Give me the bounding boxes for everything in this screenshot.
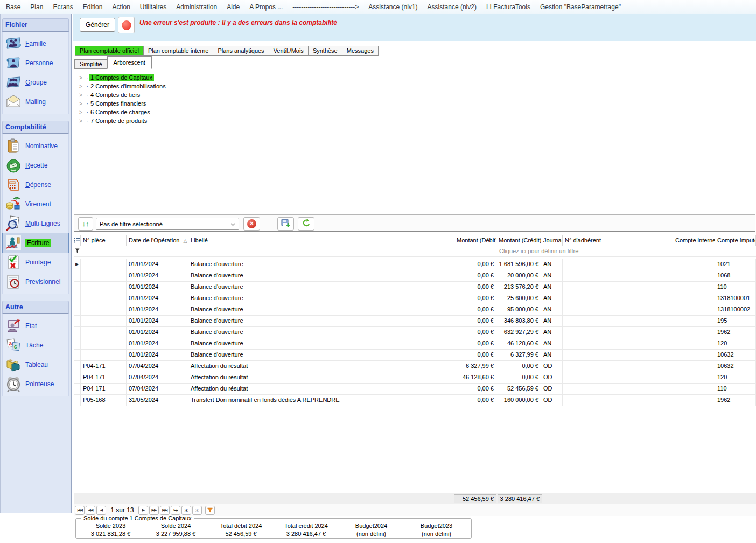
sidebar-item-previsionnel[interactable]: Previsionnel	[3, 272, 68, 291]
chevron-right-icon[interactable]: >	[79, 92, 86, 98]
tab-synth-se[interactable]: Synthèse	[308, 46, 342, 56]
table-row[interactable]: 01/01/2024Balance d'ouverture0,00 €25 60…	[74, 293, 756, 304]
subtab-arborescent[interactable]: Arborescent	[107, 56, 152, 69]
save-filter-button[interactable]	[277, 217, 294, 231]
filter-select[interactable]: Pas de filtre sélectionné	[96, 218, 239, 230]
menu-item-utilitaires[interactable]: Utilitaires	[135, 3, 171, 11]
table-row[interactable]: 01/01/2024Balance d'ouverture0,00 €632 9…	[74, 327, 756, 338]
sidebar-item-pointeuse[interactable]: Pointeuse	[3, 374, 68, 394]
pager-fast-forward-button[interactable]: ▶▶	[149, 506, 159, 515]
menu-item-ecrans[interactable]: Ecrans	[48, 3, 78, 11]
sidebar-item-recette[interactable]: Recette	[3, 156, 68, 175]
menu-item-gestion-baseparametrage[interactable]: Gestion "BaseParametrage"	[535, 3, 626, 11]
table-row[interactable]: P04-17107/04/2024Affectation du résultat…	[74, 384, 756, 395]
column-header-journal[interactable]: Journal	[541, 235, 563, 246]
menu-item-administration[interactable]: Administration	[171, 3, 222, 11]
sidebar-item-label: Nominative	[25, 142, 58, 150]
summary-item-label: Budget2024	[339, 523, 404, 529]
sidebar-item-t-che[interactable]: acTâche	[3, 336, 68, 355]
cell-piece	[81, 338, 127, 349]
column-header-n-pi-ce[interactable]: N° pièce	[81, 235, 127, 246]
table-row[interactable]: 01/01/2024Balance d'ouverture0,00 €20 00…	[74, 270, 756, 282]
table-row[interactable]: 01/01/2024Balance d'ouverture0,00 €95 00…	[74, 304, 756, 316]
sidebar-item-multi-lignes[interactable]: Multi-Lignes	[3, 214, 68, 233]
cell-debit: 0,00 €	[454, 350, 496, 360]
sidebar-item-d-pense[interactable]: Dépense	[3, 175, 68, 194]
cell-date: 01/01/2024	[127, 316, 188, 326]
column-header-compte-interne[interactable]: Compte interne	[673, 235, 715, 246]
subtab-simplifi[interactable]: Simplifié	[74, 59, 108, 69]
refresh-button[interactable]	[298, 217, 314, 231]
table-row[interactable]: P04-17107/04/2024Affectation du résultat…	[74, 361, 756, 372]
table-row[interactable]: 01/01/2024Balance d'ouverture0,00 €6 327…	[74, 350, 756, 361]
chevron-right-icon[interactable]: >	[79, 75, 86, 81]
chevron-right-icon[interactable]: >	[79, 83, 86, 89]
pager-jump-button[interactable]: ↪	[171, 506, 180, 515]
chevron-right-icon[interactable]: >	[79, 118, 86, 124]
tree-item-1-comptes-de-capitaux[interactable]: >·1 Comptes de Capitaux	[74, 73, 755, 82]
cell-debit: 0,00 €	[454, 259, 496, 270]
column-header-n-d-adh-rent[interactable]: N° d'adhérent	[563, 235, 673, 246]
pager-rewind-button[interactable]: ◀◀	[86, 506, 95, 515]
table-row[interactable]: ▶01/01/2024Balance d'ouverture0,00 €1 68…	[74, 259, 756, 270]
row-selector	[74, 372, 81, 383]
table-row[interactable]: 01/01/2024Balance d'ouverture0,00 €346 8…	[74, 316, 756, 327]
sidebar-item-pointage[interactable]: Pointage	[3, 253, 68, 272]
tree-item-2-comptes-d-immobilisations[interactable]: >·2 Comptes d'immobilisations	[74, 82, 755, 90]
cell-debit: 46 128,60 €	[454, 372, 496, 383]
sort-button[interactable]: ↓↑	[78, 217, 93, 231]
error-indicator-button[interactable]	[118, 17, 135, 33]
grid-filter-row[interactable]: Cliquez ici pour définir un filtre	[74, 246, 756, 257]
tab-ventil-mois[interactable]: Ventil./Mois	[269, 46, 309, 56]
sidebar-item-virement[interactable]: Virement	[3, 194, 68, 214]
tree-item-4-comptes-de-tiers[interactable]: >·4 Comptes de tiers	[74, 90, 755, 99]
menu-item-edition[interactable]: Edition	[78, 3, 108, 11]
tab-plans-analytiques[interactable]: Plans analytiques	[213, 46, 269, 56]
sidebar-item-mailing[interactable]: Mailing	[3, 92, 68, 112]
menu-item-base[interactable]: Base	[1, 3, 25, 11]
pager-new-record-dim-button[interactable]: ∗	[192, 506, 202, 515]
sidebar-item-tableau[interactable]: Tableau	[3, 355, 68, 374]
sidebar-item-famille[interactable]: Famille	[3, 34, 68, 53]
sidebar-item-nominative[interactable]: Nominative	[3, 136, 68, 156]
menu-item-aide[interactable]: Aide	[222, 3, 244, 11]
pager-last-page-button[interactable]: ▶▶|	[160, 506, 170, 515]
column-header-montant-d-bit[interactable]: Montant (Débit)	[454, 235, 496, 246]
sidebar-item-etat[interactable]: Etat	[3, 316, 68, 336]
table-row[interactable]: P05-16831/05/2024Transfert Don nominatif…	[74, 395, 756, 406]
menu-item-action[interactable]: Action	[107, 3, 135, 11]
tab-plan-comptable-officiel[interactable]: Plan comptable officiel	[75, 46, 144, 56]
menu-item-a-propos[interactable]: A Propos ...	[244, 3, 288, 11]
sidebar-item-groupe[interactable]: Groupe	[3, 73, 68, 92]
menu-item-assistance-niv1[interactable]: Assistance (niv1)	[363, 3, 422, 11]
table-row[interactable]: 01/01/2024Balance d'ouverture0,00 €213 5…	[74, 282, 756, 293]
pager-filter-button[interactable]	[205, 506, 215, 515]
tree-item-6-comptes-de-charges[interactable]: >·6 Comptes de charges	[74, 108, 755, 116]
filter-hint[interactable]: Cliquez ici pour définir un filtre	[499, 248, 578, 254]
pager-previous-button[interactable]: ◀	[96, 506, 106, 515]
column-header-montant-cr-dit[interactable]: Montant (Crédit)	[496, 235, 541, 246]
pager-next-button[interactable]: ▶	[138, 506, 148, 515]
column-header-libell[interactable]: Libellé	[188, 235, 454, 246]
menu-item-assistance-niv2[interactable]: Assistance (niv2)	[423, 3, 481, 11]
table-row[interactable]: P04-17107/04/2024Affectation du résultat…	[74, 372, 756, 384]
tab-plan-comptable-interne[interactable]: Plan comptable interne	[143, 46, 214, 56]
clear-filter-button[interactable]: ×	[243, 217, 260, 231]
tab-messages[interactable]: Messages	[342, 46, 379, 56]
chevron-right-icon[interactable]: >	[79, 101, 86, 107]
sidebar-item-personne[interactable]: Personne	[3, 53, 68, 73]
menu-item-plan[interactable]: Plan	[25, 3, 48, 11]
sidebar-item-ecriture[interactable]: Ecriture	[3, 233, 68, 253]
column-header-compte-imput[interactable]: Compte Imputé	[715, 235, 756, 246]
pager-first-page-button[interactable]: |◀◀	[75, 506, 85, 515]
tree-item-5-comptes-financiers[interactable]: >·5 Comptes financiers	[74, 99, 755, 108]
chevron-right-icon[interactable]: >	[79, 109, 86, 115]
cell-journal: OD	[541, 372, 563, 383]
pager-new-record-button[interactable]: ∗	[181, 506, 191, 515]
menu-item-li-facturatools[interactable]: LI FacturaTools	[481, 3, 535, 11]
table-row[interactable]: 01/01/2024Balance d'ouverture0,00 €46 12…	[74, 338, 756, 350]
column-header-date-de-l-op-ration[interactable]: Date de l'Opération △	[127, 235, 188, 246]
menu-item-item[interactable]: ----------------------------->	[288, 3, 363, 11]
generate-button[interactable]: Générer	[80, 18, 115, 32]
tree-item-7-compte-de-produits[interactable]: >·7 Compte de produits	[74, 116, 755, 125]
